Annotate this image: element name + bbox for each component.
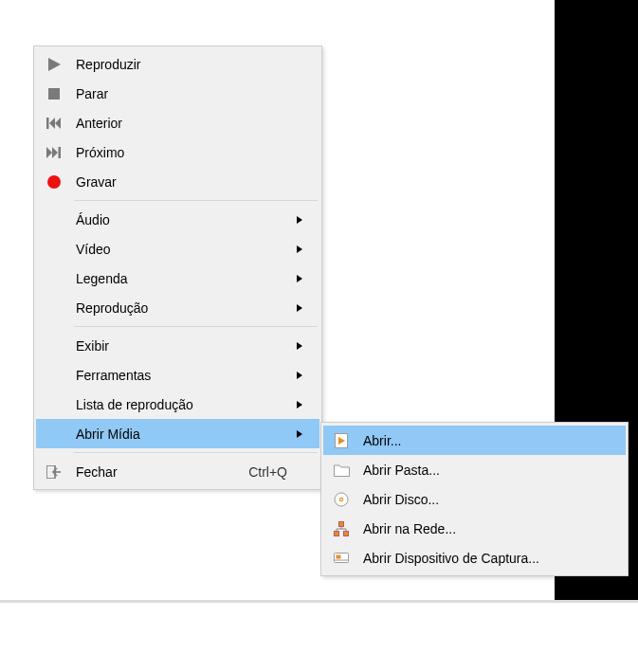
submenu-item-open-disc[interactable]: Abrir Disco... (323, 484, 626, 514)
svg-rect-1 (48, 88, 60, 100)
submenu-arrow-icon (297, 304, 314, 312)
menu-label: Anterior (72, 116, 297, 131)
menu-item-playback[interactable]: Reprodução (36, 293, 319, 322)
menu-item-next[interactable]: Próximo (36, 137, 319, 167)
submenu-arrow-icon (297, 216, 314, 224)
menu-label: Abrir Mídia (72, 427, 297, 442)
submenu-arrow-icon (297, 275, 314, 282)
menu-item-stop[interactable]: Parar (36, 79, 319, 108)
open-media-submenu: Abrir... Abrir Pasta... Abrir Disco... (320, 422, 629, 576)
menu-item-play[interactable]: Reproduzir (36, 49, 319, 79)
svg-marker-13 (297, 304, 302, 312)
menu-label: Vídeo (72, 242, 297, 257)
panel-divider (0, 600, 638, 603)
next-icon (36, 147, 72, 158)
submenu-item-open-folder[interactable]: Abrir Pasta... (323, 455, 626, 484)
menu-item-view[interactable]: Exibir (36, 331, 319, 360)
capture-device-icon (323, 551, 359, 566)
menu-label: Reprodução (72, 300, 297, 316)
menu-label: Abrir Disco... (359, 492, 603, 507)
menu-item-subtitle[interactable]: Legenda (36, 263, 319, 293)
menu-item-record[interactable]: Gravar (36, 167, 319, 196)
menu-shortcut: Ctrl+Q (248, 464, 297, 480)
menu-label: Abrir na Rede... (359, 521, 603, 536)
menu-label: Lista de reprodução (72, 397, 297, 412)
svg-rect-25 (335, 531, 339, 536)
svg-marker-17 (297, 430, 302, 438)
svg-rect-8 (59, 147, 62, 158)
svg-rect-32 (337, 554, 341, 558)
svg-marker-5 (55, 118, 61, 129)
svg-marker-7 (52, 147, 58, 158)
submenu-arrow-icon (297, 430, 314, 438)
menu-label: Áudio (72, 212, 297, 227)
svg-marker-12 (297, 275, 302, 282)
menu-label: Abrir Dispositivo de Captura... (359, 551, 603, 566)
file-play-icon (323, 433, 359, 448)
menu-label: Exibir (72, 338, 297, 354)
stop-icon (36, 88, 72, 100)
svg-rect-24 (339, 521, 344, 526)
menu-label: Abrir... (359, 433, 603, 448)
submenu-item-open-capture[interactable]: Abrir Dispositivo de Captura... (323, 543, 626, 572)
menu-label: Legenda (72, 271, 297, 286)
menu-label: Abrir Pasta... (359, 463, 603, 478)
menu-item-close[interactable]: Fechar Ctrl+Q (36, 457, 319, 486)
menu-separator (74, 452, 318, 453)
menu-item-playlist[interactable]: Lista de reprodução (36, 390, 319, 419)
svg-marker-11 (297, 245, 302, 253)
menu-item-tools[interactable]: Ferramentas (36, 360, 319, 390)
svg-rect-26 (344, 531, 349, 536)
svg-marker-0 (48, 58, 61, 71)
menu-item-audio[interactable]: Áudio (36, 205, 319, 234)
exit-icon (36, 465, 72, 479)
folder-icon (323, 463, 359, 477)
menu-item-video[interactable]: Vídeo (36, 234, 319, 263)
record-icon (36, 175, 72, 189)
menu-label: Ferramentas (72, 368, 297, 383)
menu-label: Fechar (72, 464, 248, 480)
submenu-arrow-icon (297, 401, 314, 409)
menu-label: Próximo (72, 145, 297, 160)
submenu-item-open-network[interactable]: Abrir na Rede... (323, 514, 626, 543)
network-icon (323, 521, 359, 536)
svg-marker-14 (297, 342, 302, 350)
submenu-arrow-icon (297, 245, 314, 253)
play-icon (36, 58, 72, 71)
menu-item-open-media[interactable]: Abrir Mídia (36, 419, 319, 448)
context-menu: Reproduzir Parar Anterior (33, 45, 322, 490)
menu-label: Parar (72, 86, 297, 101)
svg-point-23 (340, 499, 342, 500)
svg-marker-16 (297, 401, 302, 409)
previous-icon (36, 118, 72, 129)
submenu-arrow-icon (297, 372, 314, 379)
submenu-item-open[interactable]: Abrir... (323, 426, 626, 455)
svg-marker-4 (49, 118, 55, 129)
svg-marker-15 (297, 372, 302, 379)
svg-marker-10 (297, 216, 302, 224)
svg-marker-6 (46, 147, 52, 158)
menu-separator (74, 326, 318, 327)
disc-icon (323, 492, 359, 507)
svg-point-9 (47, 175, 61, 189)
menu-label: Gravar (72, 174, 297, 190)
menu-label: Reproduzir (72, 57, 297, 72)
svg-rect-2 (46, 118, 49, 129)
submenu-arrow-icon (297, 342, 314, 350)
menu-item-previous[interactable]: Anterior (36, 108, 319, 137)
menu-separator (74, 200, 318, 201)
